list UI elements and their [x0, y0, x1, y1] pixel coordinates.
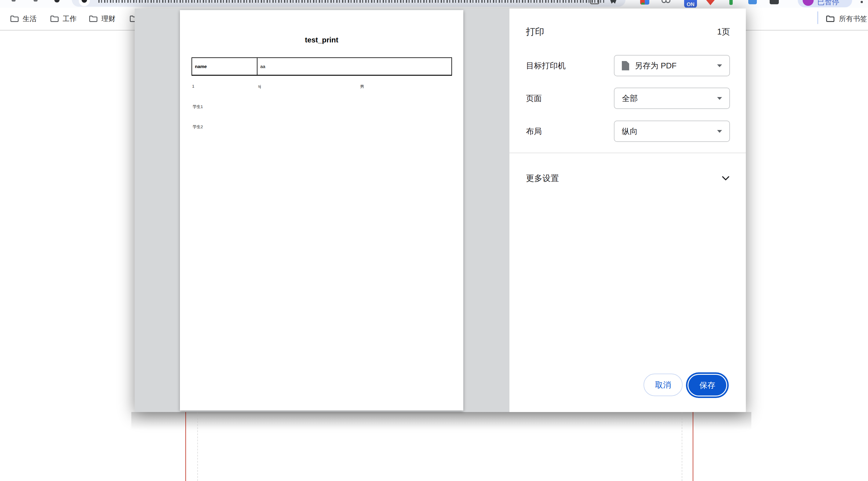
print-dialog: test_print name aa 1 sj 男 学生1 学生2 打印 1页 … [135, 8, 746, 412]
print-preview-page: test_print name aa 1 sj 男 学生1 学生2 [180, 10, 463, 411]
pages-select[interactable]: 全部 [614, 88, 730, 109]
document-table: name aa [191, 57, 452, 76]
bookmark-label: 工作 [63, 14, 77, 24]
pages-label: 页面 [526, 93, 542, 104]
pages-row: 页面 全部 [526, 88, 730, 109]
bookmark-folder-life[interactable]: 生活 [10, 8, 37, 30]
page-red-border-left [185, 412, 186, 481]
table-row-value: sj [258, 84, 261, 89]
more-settings-toggle[interactable]: 更多设置 [526, 168, 730, 188]
bookmark-folder-finance[interactable]: 理财 [89, 8, 116, 30]
print-settings-panel: 打印 1页 目标打印机 另存为 PDF 页面 全部 布局 纵向 [509, 8, 746, 412]
profile-status-label: 已暂停 [817, 0, 839, 7]
page-dashed-guide-left [197, 412, 198, 481]
print-dialog-title: 打印 [526, 26, 544, 38]
dialog-buttons: 取消 保存 [509, 373, 746, 398]
extension-dark-icon[interactable] [770, 0, 779, 4]
folder-icon [10, 15, 19, 23]
google-green-quad [641, 3, 645, 5]
all-bookmarks-label: 所有书签 [839, 14, 867, 24]
document-line: 学生2 [193, 124, 203, 130]
bookmark-label: 生活 [23, 14, 37, 24]
page-dashed-guide-right [682, 412, 682, 481]
browser-toolbar: ON 已暂停 [0, 0, 868, 8]
dropdown-caret-icon [717, 64, 722, 67]
chevron-down-icon [721, 175, 730, 181]
bookmark-folder-work[interactable]: 工作 [50, 8, 77, 30]
save-button[interactable]: 保存 [688, 375, 726, 395]
extension-on-badge-icon[interactable]: ON [684, 0, 697, 8]
table-header-cell: aa [257, 58, 452, 75]
extension-google-icon[interactable] [640, 0, 649, 5]
folder-icon [89, 15, 98, 23]
destination-label: 目标打印机 [526, 60, 566, 71]
extension-blue-icon[interactable] [748, 0, 757, 4]
layout-row: 布局 纵向 [526, 121, 730, 142]
extension-red-icon[interactable] [706, 0, 715, 5]
reload-icon[interactable] [54, 0, 60, 2]
table-row-value: 男 [360, 84, 364, 89]
profile-button[interactable]: 已暂停 [798, 0, 852, 7]
dropdown-caret-icon [717, 130, 722, 133]
document-line: 学生1 [193, 104, 203, 109]
layout-select[interactable]: 纵向 [614, 121, 730, 142]
document-title: test_print [180, 36, 463, 44]
table-row-value: 1 [192, 84, 194, 89]
back-icon[interactable] [11, 0, 16, 2]
folder-icon [50, 15, 59, 23]
pages-value: 全部 [622, 93, 638, 104]
bookmark-label: 理财 [101, 14, 116, 24]
page-red-border-right [693, 412, 693, 481]
extension-copy-icon[interactable] [590, 0, 599, 4]
dropdown-caret-icon [717, 97, 722, 100]
extension-mask-icon[interactable] [661, 0, 671, 4]
page-count: 1页 [717, 26, 730, 37]
destination-row: 目标打印机 另存为 PDF [526, 55, 730, 76]
table-header-cell: name [192, 58, 257, 75]
more-settings-label: 更多设置 [526, 173, 559, 184]
destination-value: 另存为 PDF [635, 60, 677, 71]
pdf-file-icon [622, 61, 629, 70]
folder-icon [826, 15, 835, 23]
url-text-truncated [98, 0, 604, 3]
all-bookmarks-button[interactable]: 所有书签 [826, 8, 868, 30]
avatar [803, 0, 814, 6]
cancel-button[interactable]: 取消 [644, 374, 683, 396]
destination-select[interactable]: 另存为 PDF [614, 55, 730, 76]
layout-value: 纵向 [622, 126, 638, 137]
print-dialog-header: 打印 1页 [526, 26, 730, 38]
layout-label: 布局 [526, 126, 542, 137]
extension-green-icon[interactable] [729, 0, 733, 5]
forward-icon[interactable] [34, 0, 37, 2]
bookmarks-separator [817, 11, 818, 24]
print-preview-area: test_print name aa 1 sj 男 学生1 学生2 [135, 8, 509, 412]
dialog-drop-shadow [131, 412, 751, 430]
google-blue-quad [645, 0, 649, 5]
browser-menu-icon[interactable] [861, 1, 863, 3]
settings-divider [509, 153, 746, 153]
